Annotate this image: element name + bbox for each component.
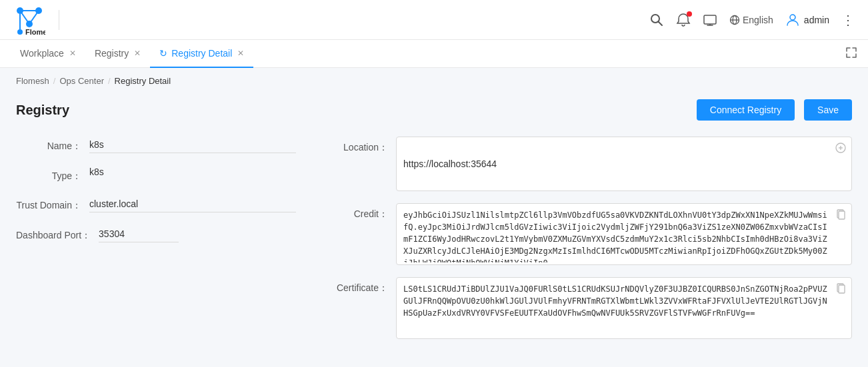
breadcrumb-ops-center[interactable]: Ops Center	[59, 76, 103, 86]
form-layout: Name： Type： k8s Trust Domain： Dashboard …	[16, 137, 852, 339]
type-label: Type：	[16, 167, 89, 183]
tab-workplace-label: Workplace	[20, 48, 64, 59]
breadcrumb-current: Registry Detail	[115, 76, 171, 86]
certificate-row: Certificate： LS0tLS1CRUdJTiBDUlZJU1VaJQ0…	[336, 277, 852, 339]
page-title: Registry	[16, 103, 69, 118]
main-content: Registry Connect Registry Save Name： Typ…	[0, 94, 868, 355]
tab-registry-detail[interactable]: ↻ Registry Detail ✕	[150, 40, 253, 68]
credit-textarea[interactable]: eyJhbGciOiJSUzl1NilslmtpZCl6llp3VmVObzdf…	[397, 204, 851, 262]
trust-domain-label: Trust Domain：	[16, 196, 89, 212]
dashboard-port-label: Dashboard Port：	[16, 226, 99, 242]
tab-refresh-icon: ↻	[159, 48, 167, 59]
search-icon[interactable]	[649, 13, 664, 27]
notification-dot	[687, 11, 692, 17]
tab-registry-detail-close[interactable]: ✕	[237, 49, 244, 58]
type-row: Type： k8s	[16, 167, 296, 183]
trust-domain-field	[89, 196, 296, 212]
svg-line-10	[658, 21, 662, 25]
action-buttons: Connect Registry Save	[697, 99, 852, 121]
svg-point-17	[790, 15, 795, 20]
language-selector[interactable]: English	[729, 15, 773, 25]
breadcrumb-flomesh[interactable]: Flomesh	[16, 76, 49, 86]
breadcrumb-sep-2: /	[108, 76, 111, 86]
certificate-textarea[interactable]: LS0tLS1CRUdJTiBDUlZJU1VaJQ0FURlS0tLS1CRU…	[397, 278, 851, 336]
svg-rect-24	[839, 285, 845, 293]
app-header: Flomesh	[0, 0, 868, 40]
name-input[interactable]	[89, 137, 296, 153]
header-divider	[59, 10, 59, 30]
certificate-textarea-wrapper: LS0tLS1CRUdJTiBDUlZJU1VaJQ0FURlS0tLS1CRU…	[396, 277, 852, 339]
location-input[interactable]	[397, 137, 851, 190]
tab-workplace[interactable]: Workplace ✕	[11, 40, 85, 68]
location-copy-icon[interactable]	[835, 143, 846, 156]
user-menu[interactable]: admin	[785, 13, 829, 27]
tabs-bar: Workplace ✕ Registry ✕ ↻ Registry Detail…	[0, 40, 868, 68]
type-field: k8s	[89, 167, 296, 177]
credit-row: Credit： eyJhbGciOiJSUzl1NilslmtpZCl6llp3…	[336, 203, 852, 265]
type-value: k8s	[89, 164, 104, 180]
flomesh-logo: Flomesh	[13, 4, 45, 36]
credit-label: Credit：	[336, 203, 396, 220]
tab-registry[interactable]: Registry ✕	[85, 40, 150, 68]
name-field	[89, 137, 296, 153]
header-right: English admin ⋮	[649, 12, 855, 28]
svg-rect-11	[704, 15, 716, 24]
name-label: Name：	[16, 137, 89, 153]
breadcrumb-sep-1: /	[53, 76, 56, 86]
svg-rect-22	[839, 211, 845, 219]
location-row: Location：	[336, 137, 852, 191]
page-header: Registry Connect Registry Save	[16, 94, 852, 121]
tabs-expand-icon[interactable]	[845, 47, 857, 61]
tab-registry-close[interactable]: ✕	[134, 49, 141, 58]
language-label: English	[743, 15, 773, 25]
tab-registry-detail-label: Registry Detail	[171, 48, 232, 59]
svg-line-5	[20, 11, 29, 24]
name-row: Name：	[16, 137, 296, 153]
username-label: admin	[804, 15, 829, 25]
location-label: Location：	[336, 137, 396, 154]
screen-icon[interactable]	[703, 13, 717, 27]
tab-workplace-close[interactable]: ✕	[69, 49, 76, 58]
certificate-label: Certificate：	[336, 277, 396, 294]
connect-registry-button[interactable]: Connect Registry	[697, 99, 795, 121]
notification-icon[interactable]	[676, 13, 691, 27]
trust-domain-input[interactable]	[89, 196, 296, 212]
globe-icon	[729, 15, 740, 25]
user-icon	[785, 13, 800, 27]
dashboard-port-input[interactable]	[99, 226, 179, 242]
svg-text:Flomesh: Flomesh	[25, 28, 45, 36]
form-right: Location： Credit： eyJhbGciOiJSUzl1Nilslm…	[336, 137, 852, 339]
svg-line-6	[29, 11, 39, 24]
location-box	[396, 137, 852, 191]
form-left: Name： Type： k8s Trust Domain： Dashboard …	[16, 137, 296, 339]
credit-copy-icon[interactable]	[835, 209, 846, 222]
tab-registry-label: Registry	[95, 48, 129, 59]
certificate-copy-icon[interactable]	[835, 283, 846, 296]
save-button[interactable]: Save	[804, 99, 852, 121]
dashboard-port-field	[99, 226, 296, 242]
breadcrumb: Flomesh / Ops Center / Registry Detail	[0, 68, 868, 94]
dashboard-port-row: Dashboard Port：	[16, 226, 296, 242]
logo-area: Flomesh	[13, 4, 67, 36]
more-options-icon[interactable]: ⋮	[841, 12, 855, 28]
trust-domain-row: Trust Domain：	[16, 196, 296, 212]
credit-textarea-wrapper: eyJhbGciOiJSUzl1NilslmtpZCl6llp3VmVObzdf…	[396, 203, 852, 265]
